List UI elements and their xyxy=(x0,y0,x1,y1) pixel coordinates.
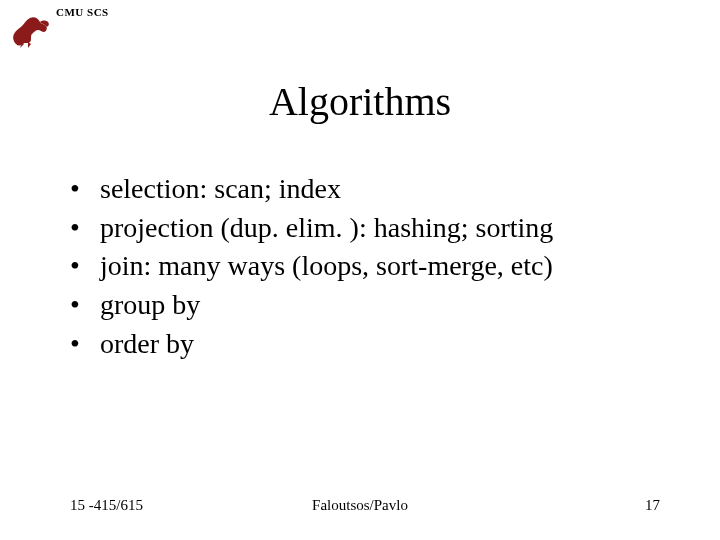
bullet-list: selection: scan; index projection (dup. … xyxy=(70,170,680,363)
list-item: selection: scan; index xyxy=(70,170,680,209)
list-item: group by xyxy=(70,286,680,325)
authors: Faloutsos/Pavlo xyxy=(312,497,408,514)
course-number: 15 -415/615 xyxy=(70,497,143,514)
header: CMU SCS xyxy=(56,6,109,18)
list-item: projection (dup. elim. ): hashing; sorti… xyxy=(70,209,680,248)
page-number: 17 xyxy=(645,497,660,514)
list-item: join: many ways (loops, sort-merge, etc) xyxy=(70,247,680,286)
slide-title: Algorithms xyxy=(0,78,720,125)
cmu-dragon-icon xyxy=(10,14,52,50)
org-label: CMU SCS xyxy=(56,6,109,18)
footer: 15 -415/615 Faloutsos/Pavlo 17 xyxy=(0,497,720,514)
list-item: order by xyxy=(70,325,680,364)
